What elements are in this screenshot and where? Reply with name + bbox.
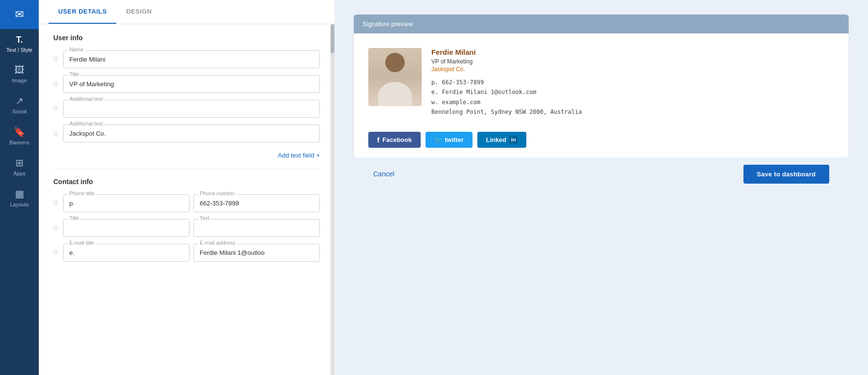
sidebar-item-label: Text / Style bbox=[6, 47, 32, 53]
sig-email-label: e. bbox=[431, 89, 438, 95]
sig-web: example.com bbox=[442, 99, 480, 106]
signature-preview-box: Signature preview Ferdie Milani VP of Ma… bbox=[354, 15, 849, 157]
linkedin-label: Linked bbox=[486, 136, 506, 143]
name-field-row: ⠿ Name bbox=[53, 50, 320, 68]
signature-preview-header: Signature preview bbox=[354, 15, 849, 33]
tab-user-details[interactable]: USER DETAILS bbox=[48, 0, 116, 24]
email-title-group: E-mail title bbox=[63, 244, 189, 262]
cancel-button[interactable]: Cancel bbox=[373, 170, 395, 178]
phone-number-input[interactable] bbox=[193, 194, 320, 212]
preview-panel: Signature preview Ferdie Milani VP of Ma… bbox=[334, 0, 868, 375]
save-button[interactable]: Save to dashboard bbox=[743, 165, 829, 184]
sidebar-item-label: Layouts bbox=[10, 202, 29, 207]
sig-phone: 662-353-7899 bbox=[442, 79, 484, 86]
apps-icon: ⊞ bbox=[16, 157, 24, 169]
drag-handle-title-text[interactable]: ⠿ bbox=[53, 224, 58, 232]
title-label: Title bbox=[68, 71, 80, 77]
main-panel: USER DETAILS DESIGN User info ⠿ Name ⠿ T… bbox=[39, 0, 334, 375]
drag-handle-email[interactable]: ⠿ bbox=[53, 249, 58, 257]
add-text-label: Add text field bbox=[278, 152, 314, 159]
social-row: f Facebook 🐦 twitter Linked in bbox=[368, 127, 834, 148]
additional-text-2-input[interactable] bbox=[63, 125, 320, 142]
linkedin-icon: in bbox=[509, 136, 518, 143]
name-label: Name bbox=[68, 47, 85, 52]
sig-company: Jackspot Co. bbox=[431, 66, 834, 73]
email-address-group: E-mail address bbox=[193, 244, 320, 262]
linkedin-button[interactable]: Linked in bbox=[477, 132, 527, 148]
app-logo: ✉ bbox=[0, 0, 39, 29]
title-field-row: ⠿ Title bbox=[53, 75, 320, 93]
email-title-input[interactable] bbox=[63, 244, 189, 262]
action-bar: Cancel Save to dashboard bbox=[354, 157, 849, 191]
scrollbar-thumb[interactable] bbox=[331, 24, 334, 53]
email-row: ⠿ E-mail title E-mail address bbox=[53, 244, 320, 262]
email-address-input[interactable] bbox=[193, 244, 320, 262]
email-title-label: E-mail title bbox=[68, 240, 95, 246]
drag-handle-additional1[interactable]: ⠿ bbox=[53, 105, 58, 113]
sidebar-item-layouts[interactable]: ▦ Layouts bbox=[0, 182, 39, 213]
title-text-field-pair: Title Text bbox=[63, 219, 320, 237]
twitter-button[interactable]: 🐦 twitter bbox=[426, 132, 473, 148]
phone-number-group: Phone number bbox=[193, 194, 320, 212]
sidebar-item-label: Banners bbox=[10, 140, 30, 145]
facebook-button[interactable]: f Facebook bbox=[368, 132, 421, 148]
facebook-icon: f bbox=[377, 136, 379, 144]
signature-info: Ferdie Milani VP of Marketing Jackspot C… bbox=[431, 48, 834, 117]
sidebar-item-text-style[interactable]: T. Text / Style bbox=[0, 29, 39, 59]
contact-title-group: Title bbox=[63, 219, 189, 237]
phone-title-input[interactable] bbox=[63, 194, 189, 212]
sidebar-item-image[interactable]: 🖼 Image bbox=[0, 59, 39, 89]
contact-text-input[interactable] bbox=[193, 219, 320, 237]
sidebar-item-social[interactable]: ↗ Social bbox=[0, 89, 39, 120]
sig-name: Ferdie Milani bbox=[431, 48, 834, 56]
sig-web-label: w. bbox=[431, 99, 438, 106]
form-area: User info ⠿ Name ⠿ Title ⠿ Additional te… bbox=[39, 24, 334, 375]
twitter-label: twitter bbox=[445, 136, 464, 143]
phone-row: ⠿ Phone title Phone number bbox=[53, 194, 320, 212]
contact-title-input[interactable] bbox=[63, 219, 189, 237]
add-text-plus-icon: + bbox=[316, 152, 320, 159]
contact-title-label: Title bbox=[68, 215, 80, 221]
banners-icon: 🔖 bbox=[14, 126, 26, 138]
sig-phone-label: p. bbox=[431, 79, 438, 86]
image-icon: 🖼 bbox=[15, 64, 24, 76]
signature-preview-body: Ferdie Milani VP of Marketing Jackspot C… bbox=[354, 33, 849, 157]
sig-address: Bennelong Point, Sydney NSW 2000, Austra… bbox=[431, 109, 582, 115]
text-style-icon: T. bbox=[16, 35, 23, 45]
tabs-bar: USER DETAILS DESIGN bbox=[39, 0, 334, 24]
phone-number-label: Phone number bbox=[198, 190, 236, 196]
sidebar-item-label: Social bbox=[12, 109, 27, 114]
tab-design[interactable]: DESIGN bbox=[116, 0, 161, 24]
title-input[interactable] bbox=[63, 75, 320, 93]
email-address-label: E-mail address bbox=[198, 240, 237, 246]
sig-email: Ferdie Milani 1@outlook.com bbox=[442, 89, 537, 95]
avatar bbox=[368, 48, 422, 106]
sidebar-item-label: Image bbox=[12, 78, 27, 83]
sidebar-item-apps[interactable]: ⊞ Apps bbox=[0, 151, 39, 182]
drag-handle-phone[interactable]: ⠿ bbox=[53, 200, 58, 207]
section-divider bbox=[53, 169, 320, 169]
layouts-icon: ▦ bbox=[15, 188, 24, 200]
twitter-icon: 🐦 bbox=[434, 136, 442, 143]
drag-handle-additional2[interactable]: ⠿ bbox=[53, 130, 58, 138]
phone-title-label: Phone title bbox=[68, 190, 96, 196]
drag-handle-name[interactable]: ⠿ bbox=[53, 56, 58, 63]
left-toolbar: ✉ T. Text / Style 🖼 Image ↗ Social 🔖 Ban… bbox=[0, 0, 39, 375]
contact-text-label: Text bbox=[198, 215, 211, 221]
user-info-title: User info bbox=[53, 34, 320, 42]
additional-text-1-input[interactable] bbox=[63, 100, 320, 118]
additional-text-2-label: Additional text bbox=[68, 121, 104, 126]
name-input[interactable] bbox=[63, 50, 320, 68]
scrollbar[interactable] bbox=[331, 24, 334, 375]
facebook-label: Facebook bbox=[382, 136, 412, 143]
additional-text-1-row: ⠿ Additional text bbox=[53, 100, 320, 118]
sidebar-item-banners[interactable]: 🔖 Banners bbox=[0, 120, 39, 151]
title-field-group: Title bbox=[63, 75, 320, 93]
phone-field-pair: Phone title Phone number bbox=[63, 194, 320, 212]
sig-title: VP of Marketing bbox=[431, 58, 834, 65]
drag-handle-title[interactable]: ⠿ bbox=[53, 80, 58, 88]
add-text-field-btn[interactable]: Add text field + bbox=[53, 149, 320, 164]
contact-text-group: Text bbox=[193, 219, 320, 237]
signature-content: Ferdie Milani VP of Marketing Jackspot C… bbox=[368, 48, 834, 117]
logo-icon: ✉ bbox=[15, 8, 24, 21]
